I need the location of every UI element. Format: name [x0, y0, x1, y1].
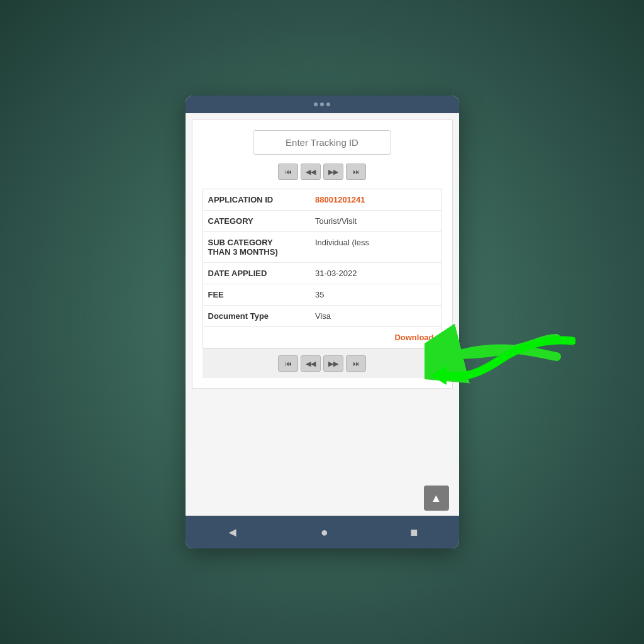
scroll-to-top-button[interactable]: ▲ [424, 486, 449, 511]
label-document-type: Document Type [203, 306, 310, 327]
next-page-button-bottom[interactable]: ▶▶ [323, 355, 343, 372]
status-bar [186, 96, 459, 113]
table-row-sub-category: SUB CATEGORYThan 3 Months) Individual (l… [203, 232, 441, 263]
label-category: CATEGORY [203, 211, 310, 232]
download-link[interactable]: Download [203, 327, 441, 348]
recent-apps-button[interactable]: ■ [410, 525, 418, 540]
prev-page-button-bottom[interactable]: ◀◀ [301, 355, 321, 372]
status-dot-1 [314, 103, 318, 106]
next-page-button[interactable]: ▶▶ [323, 164, 343, 180]
label-date-applied: DATE APPLIED [203, 263, 310, 284]
tracking-input-wrapper [203, 130, 442, 155]
value-date-applied: 31-03-2022 [310, 263, 441, 284]
data-table: APPLICATION ID 88001201241 CATEGORY Tour… [203, 189, 442, 348]
tracking-section: ⏮ ◀◀ ▶▶ ⏭ APPLICATION ID 88001201241 CAT… [192, 119, 453, 389]
label-application-id: APPLICATION ID [203, 189, 310, 211]
phone-frame: ⏮ ◀◀ ▶▶ ⏭ APPLICATION ID 88001201241 CAT… [186, 96, 459, 548]
value-application-id: 88001201241 [310, 189, 441, 211]
table-row-category: CATEGORY Tourist/Visit [203, 211, 441, 232]
table-row-fee: FEE 35 [203, 284, 441, 306]
last-page-button[interactable]: ⏭ [346, 164, 366, 180]
nav-bar: ◄ ● ■ [186, 516, 459, 548]
status-dot-2 [320, 103, 324, 106]
prev-page-button[interactable]: ◀◀ [301, 164, 321, 180]
pagination-top: ⏮ ◀◀ ▶▶ ⏭ [203, 164, 442, 180]
last-page-button-bottom[interactable]: ⏭ [346, 355, 366, 372]
value-fee: 35 [310, 284, 441, 306]
status-dot-3 [326, 103, 330, 106]
app-content: ⏮ ◀◀ ▶▶ ⏭ APPLICATION ID 88001201241 CAT… [186, 113, 459, 516]
value-document-type: Visa [310, 306, 441, 327]
status-bar-dots [314, 103, 330, 106]
value-sub-category: Individual (less [310, 232, 441, 263]
tracking-id-input[interactable] [253, 130, 391, 155]
back-button[interactable]: ◄ [226, 525, 239, 540]
first-page-button-bottom[interactable]: ⏮ [278, 355, 298, 372]
first-page-button[interactable]: ⏮ [278, 164, 298, 180]
table-row-download: Download [203, 327, 441, 348]
table-row-date-applied: DATE APPLIED 31-03-2022 [203, 263, 441, 284]
value-category: Tourist/Visit [310, 211, 441, 232]
table-row-document-type: Document Type Visa [203, 306, 441, 327]
home-button[interactable]: ● [321, 525, 328, 540]
pagination-bottom: ⏮ ◀◀ ▶▶ ⏭ [203, 348, 442, 378]
label-sub-category: SUB CATEGORYThan 3 Months) [203, 232, 310, 263]
table-row-app-id: APPLICATION ID 88001201241 [203, 189, 441, 211]
label-fee: FEE [203, 284, 310, 306]
chevron-up-icon: ▲ [431, 492, 442, 505]
